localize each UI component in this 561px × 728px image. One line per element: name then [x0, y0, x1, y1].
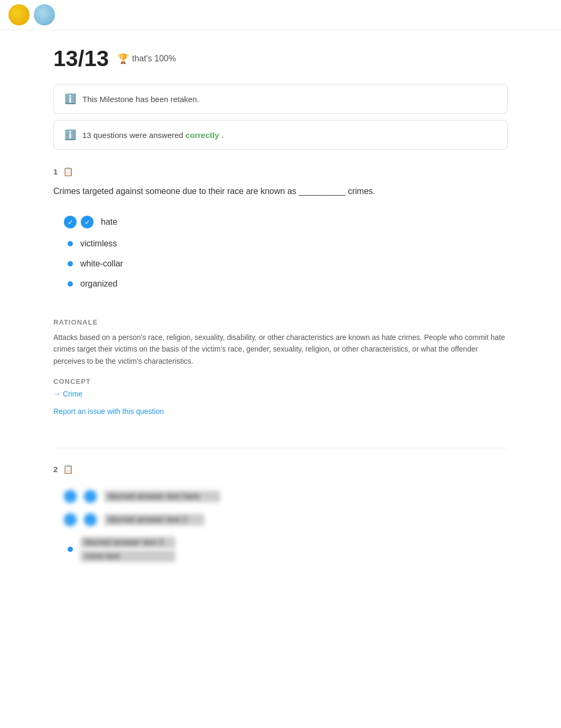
question-1-answers: ✓ ✓ hate victimless white-co	[64, 210, 508, 294]
concept-title-1: CONCEPT	[53, 377, 508, 385]
questions-text: questions were answered	[94, 131, 183, 140]
questions-count: 13	[82, 131, 91, 140]
q2-correct-check-1: ✓	[64, 490, 77, 503]
question-1-header: 1 📋	[53, 167, 508, 177]
score-display: 13/13	[53, 46, 109, 71]
checkmark-icon: ✓	[68, 218, 73, 226]
q2-option-3: blurred answer text 3 more text	[64, 531, 508, 567]
copy-icon-2[interactable]: 📋	[63, 464, 73, 474]
q2-bullet-3	[68, 547, 73, 552]
period: .	[221, 131, 223, 140]
answer-option-hate: ✓ ✓ hate	[64, 210, 508, 234]
percent-text: that's 100%	[132, 54, 176, 63]
score-section: 13/13 🏆 that's 100%	[53, 46, 508, 71]
answer-option-victimless: victimless	[64, 234, 508, 254]
rationale-section-1: RATIONALE Attacks based on a person's ra…	[53, 310, 508, 367]
question-2-header: 2 📋	[53, 464, 508, 474]
q2-answer-3b-text: more text	[80, 550, 175, 562]
answer-option-whitecollar: white-collar	[64, 254, 508, 274]
bullet-victimless	[68, 241, 73, 246]
divider-1	[53, 448, 508, 448]
question-2-number: 2	[53, 465, 58, 474]
info-icon-milestone: ℹ️	[64, 93, 76, 105]
score-percent-area: 🏆 that's 100%	[117, 53, 176, 64]
top-bar	[0, 0, 561, 30]
bullet-whitecollar	[68, 261, 73, 266]
milestone-text: This Milestone has been retaken.	[82, 95, 199, 104]
answer-label-whitecollar: white-collar	[80, 259, 123, 269]
avatar-blue	[34, 4, 55, 25]
correct-check-icon-2: ✓	[81, 216, 94, 228]
q2-answer-2-text: blurred answer text 2	[104, 514, 204, 526]
answer-option-organized: organized	[64, 274, 508, 294]
concept-link-1[interactable]: → Crime	[53, 390, 508, 398]
checkmark-icon-2: ✓	[85, 218, 90, 226]
correct-check-icon: ✓	[64, 216, 77, 228]
q2-answer-3-text: blurred answer text 3	[80, 537, 175, 548]
answer-label-organized: organized	[80, 279, 117, 289]
answer-label-victimless: victimless	[80, 239, 117, 248]
question-block-2: 2 📋 ✓ ✓ blurred answer text here ✓ ✓ blu…	[53, 464, 508, 567]
rationale-text-1: Attacks based on a person's race, religi…	[53, 331, 508, 367]
main-content: 13/13 🏆 that's 100% ℹ️ This Milestone ha…	[43, 30, 518, 615]
copy-icon-1[interactable]: 📋	[63, 167, 73, 177]
questions-card: ℹ️ 13 questions were answered correctly …	[53, 120, 508, 150]
questions-answered-text: 13 questions were answered correctly .	[82, 131, 223, 140]
avatar-yellow	[8, 4, 30, 25]
q2-option-2: ✓ ✓ blurred answer text 2	[64, 508, 508, 531]
q2-correct-check-2: ✓	[64, 513, 77, 526]
info-icon-questions: ℹ️	[64, 129, 76, 141]
questions-section: 1 📋 Crimes targeted against someone due …	[53, 167, 508, 567]
concept-section-1: CONCEPT → Crime	[53, 377, 508, 398]
question-block-1: 1 📋 Crimes targeted against someone due …	[53, 167, 508, 416]
report-issue-link-1[interactable]: Report an issue with this question	[53, 407, 164, 416]
question-1-number: 1	[53, 167, 58, 176]
question-2-options: ✓ ✓ blurred answer text here ✓ ✓ blurred…	[64, 485, 508, 567]
bullet-organized	[68, 281, 73, 287]
q2-option-1: ✓ ✓ blurred answer text here	[64, 485, 508, 508]
q2-correct-check-1b: ✓	[84, 490, 97, 503]
trophy-icon: 🏆	[117, 53, 129, 64]
milestone-card: ℹ️ This Milestone has been retaken.	[53, 84, 508, 114]
rationale-title-1: RATIONALE	[53, 318, 508, 326]
q2-correct-check-2b: ✓	[84, 513, 97, 526]
question-1-text: Crimes targeted against someone due to t…	[53, 185, 508, 198]
correctly-text: correctly	[185, 131, 219, 140]
q2-answer-1-text: blurred answer text here	[104, 491, 220, 502]
answer-label-hate: hate	[101, 217, 117, 227]
avatar-group	[8, 4, 55, 25]
